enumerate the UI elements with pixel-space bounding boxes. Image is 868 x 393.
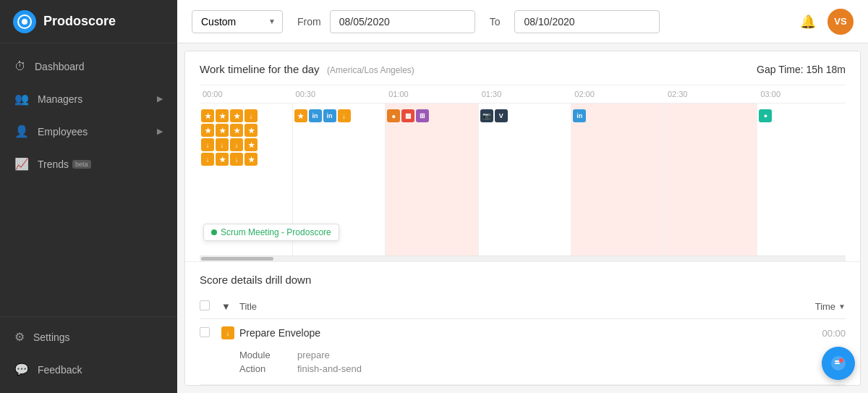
- from-label: From: [297, 16, 321, 28]
- sidebar-item-settings[interactable]: ⚙ Settings: [0, 321, 177, 353]
- sidebar-item-trends[interactable]: 📈 Trends beta: [0, 148, 177, 180]
- activity-icon[interactable]: ★: [216, 153, 229, 166]
- logo-icon: [13, 10, 36, 33]
- select-all-checkbox[interactable]: [200, 300, 210, 310]
- tooltip-bubble: Scrum Meeting - Prodoscore: [203, 224, 339, 241]
- activity-icon[interactable]: in: [309, 109, 322, 122]
- date-select[interactable]: Custom Today Yesterday Last 7 Days Last …: [192, 10, 283, 33]
- time-label-0200: 02:00: [571, 90, 665, 98]
- activity-icon[interactable]: ★: [244, 138, 258, 151]
- activity-icon[interactable]: V: [495, 109, 508, 122]
- detail-module-row: Module prepare: [239, 350, 806, 360]
- activity-icons-0: ★ ★ ★ ↓ ★ ★ ★ ★ ↓ ↓ ↓ ★: [201, 109, 266, 166]
- timeline-col-0: ★ ★ ★ ↓ ★ ★ ★ ★ ↓ ↓ ↓ ★: [200, 103, 293, 255]
- activity-icon[interactable]: ★: [201, 109, 214, 122]
- to-label: To: [490, 16, 501, 28]
- detail-action-key: Action: [239, 363, 297, 374]
- activity-icon[interactable]: in: [573, 109, 586, 122]
- sidebar-item-label: Feedback: [38, 364, 82, 376]
- to-date-input[interactable]: [514, 10, 660, 33]
- sidebar-item-dashboard[interactable]: ⏱ Dashboard: [0, 51, 177, 83]
- timeline-inner: 00:00 00:30 01:00 01:30 02:00 02:30 03:0…: [200, 85, 846, 255]
- activity-icon[interactable]: ★: [244, 153, 258, 166]
- timezone-label: (America/Los Angeles): [327, 65, 414, 75]
- time-labels-row: 00:00 00:30 01:00 01:30 02:00 02:30 03:0…: [200, 85, 846, 103]
- user-avatar[interactable]: VS: [827, 9, 854, 35]
- nav-items: ⏱ Dashboard 👥 Managers ▶ 👤 Employees ▶ 📈…: [0, 43, 177, 316]
- date-select-wrapper: Custom Today Yesterday Last 7 Days Last …: [192, 10, 283, 33]
- timeline-col-5: [665, 103, 758, 255]
- sidebar-item-feedback[interactable]: 💬 Feedback: [0, 353, 177, 386]
- timeline-body: ★ ★ ★ ↓ ★ ★ ★ ★ ↓ ↓ ↓ ★: [200, 103, 846, 255]
- svg-point-3: [839, 358, 843, 363]
- activity-icon[interactable]: ↓: [230, 153, 243, 166]
- timeline-chart[interactable]: 00:00 00:30 01:00 01:30 02:00 02:30 03:0…: [200, 85, 846, 261]
- activity-icon[interactable]: ★: [244, 124, 258, 137]
- activity-icon[interactable]: ●: [387, 109, 400, 122]
- table-row-main: ↓ Prepare Envelope 00:00: [200, 319, 846, 347]
- table-row: ↓ Prepare Envelope 00:00 Module prepare …: [200, 319, 846, 385]
- notification-bell-icon[interactable]: 🔔: [800, 14, 816, 30]
- activity-icon[interactable]: ★: [230, 124, 243, 137]
- activity-icons-2: ● ▦ ⊞: [387, 109, 429, 122]
- detail-action-row: Action finish-and-send: [239, 363, 806, 374]
- activity-icon[interactable]: ★: [230, 109, 243, 122]
- sort-icon[interactable]: ▼: [838, 303, 846, 310]
- sidebar-logo: Prodoscore: [0, 0, 177, 43]
- header-title-col: Title: [239, 301, 788, 312]
- row-checkbox[interactable]: [200, 327, 210, 337]
- row-title: Prepare Envelope: [239, 327, 788, 339]
- tooltip-dot: [211, 229, 217, 235]
- time-label-0130: 01:30: [479, 90, 572, 98]
- detail-module-val: prepare: [297, 350, 330, 360]
- sidebar-item-employees[interactable]: 👤 Employees ▶: [0, 115, 177, 148]
- expand-all-icon[interactable]: ▼: [221, 301, 231, 312]
- timeline-col-4: in: [571, 103, 665, 255]
- logo-text: Prodoscore: [43, 14, 116, 29]
- row-details: Module prepare Action finish-and-send: [200, 347, 846, 384]
- score-details-section: Score details drill down ▼ Title Time ▼: [185, 261, 860, 386]
- gap-time-group: Gap Time: 15h 18m: [757, 63, 846, 76]
- timeline-header: Work timeline for the day (America/Los A…: [200, 63, 846, 76]
- activity-icon[interactable]: ↓: [244, 109, 258, 122]
- chat-button[interactable]: [822, 347, 855, 380]
- activity-icon[interactable]: ↓: [338, 109, 351, 122]
- managers-icon: 👥: [14, 92, 29, 106]
- row-time: 00:00: [788, 328, 846, 339]
- activity-icon[interactable]: in: [323, 109, 336, 122]
- timeline-col-2: ● ▦ ⊞: [386, 103, 479, 255]
- from-date-input[interactable]: [330, 10, 475, 33]
- activity-icon[interactable]: ★: [216, 109, 229, 122]
- activity-icon[interactable]: 📷: [480, 109, 493, 122]
- settings-icon: ⚙: [14, 330, 25, 344]
- timeline-title-group: Work timeline for the day (America/Los A…: [200, 63, 414, 76]
- activity-icon[interactable]: ↓: [201, 138, 214, 151]
- sidebar: Prodoscore ⏱ Dashboard 👥 Managers ▶ 👤 Em…: [0, 0, 177, 393]
- sidebar-item-managers[interactable]: 👥 Managers ▶: [0, 83, 177, 115]
- scrollbar-thumb: [201, 257, 273, 261]
- activity-icon[interactable]: ⊞: [416, 109, 429, 122]
- activity-icon[interactable]: ●: [759, 109, 772, 122]
- activity-icons-6: ●: [759, 109, 772, 122]
- row-activity-icon[interactable]: ↓: [221, 326, 234, 339]
- svg-point-1: [22, 19, 27, 25]
- table-header: ▼ Title Time ▼: [200, 295, 846, 319]
- time-label-0030: 00:30: [293, 90, 386, 98]
- time-label-0300: 03:00: [757, 90, 846, 98]
- time-label-0000: 00:00: [200, 90, 293, 98]
- time-label-0230: 02:30: [665, 90, 758, 98]
- activity-icon[interactable]: ↓: [216, 138, 229, 151]
- activity-icon[interactable]: ▦: [401, 109, 414, 122]
- tooltip-text: Scrum Meeting - Prodoscore: [221, 227, 331, 237]
- activity-icon[interactable]: ↓: [230, 138, 243, 151]
- activity-icon[interactable]: ★: [294, 109, 307, 122]
- trends-icon: 📈: [14, 157, 29, 171]
- activity-icon[interactable]: ↓: [201, 153, 214, 166]
- beta-badge: beta: [72, 160, 91, 169]
- topbar: Custom Today Yesterday Last 7 Days Last …: [177, 0, 868, 43]
- dashboard-icon: ⏱: [14, 60, 26, 73]
- activity-icon[interactable]: ★: [201, 124, 214, 137]
- detail-action-val: finish-and-send: [297, 363, 362, 374]
- horizontal-scrollbar[interactable]: [200, 255, 846, 261]
- activity-icon[interactable]: ★: [216, 124, 229, 137]
